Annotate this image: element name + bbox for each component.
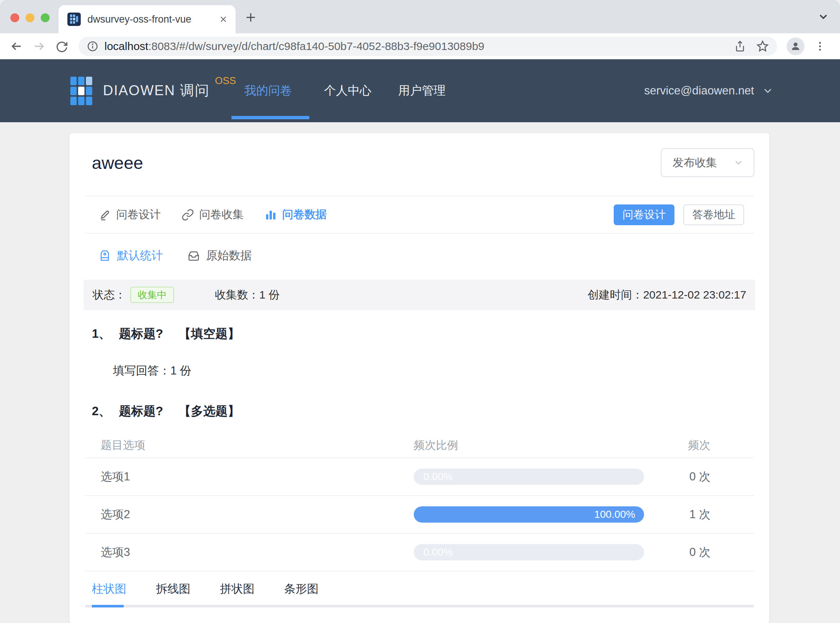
app-navbar: DIAOWEN 调问 OSS 我的问卷 个人中心 用户管理 service@di… xyxy=(0,59,840,122)
status-label: 状态： xyxy=(93,287,126,302)
collect-count-value: 1 份 xyxy=(259,288,280,301)
brand[interactable]: DIAOWEN 调问 OSS xyxy=(71,76,236,106)
tab-line-chart[interactable]: 拆线图 xyxy=(156,581,190,597)
bar-percent-label: 0.00% xyxy=(423,546,452,558)
nav-item-my-surveys[interactable]: 我的问卷 xyxy=(244,59,292,122)
header-option: 题目选项 xyxy=(86,438,414,453)
bookmark-star-icon[interactable] xyxy=(756,40,769,52)
card-header: aweee 发布收集 xyxy=(70,134,769,196)
share-icon[interactable] xyxy=(734,40,746,52)
question-type: 【填空题】 xyxy=(179,327,240,341)
header-frequency-ratio: 频次比例 xyxy=(414,438,644,453)
tab-close-icon[interactable] xyxy=(219,14,228,24)
url-host: localhost xyxy=(104,40,148,52)
survey-design-button[interactable]: 问卷设计 xyxy=(614,204,674,225)
publish-collect-select[interactable]: 发布收集 xyxy=(661,148,754,177)
browser-menu-kebab-icon[interactable] xyxy=(814,40,826,52)
tab-column-chart[interactable]: 柱状图 xyxy=(92,581,126,597)
active-nav-underline xyxy=(231,116,309,119)
page-content: aweee 发布收集 问卷设计 问卷收集 问卷数据 xyxy=(0,122,840,623)
question-1-answer: 填写回答：1 份 xyxy=(70,363,769,379)
url-text: localhost:8083/#/dw/survey/d/chart/c98fa… xyxy=(104,40,724,52)
stat-tabs: 默认统计 原始数据 xyxy=(70,234,769,280)
brand-logo-icon xyxy=(71,76,94,106)
tab-survey-design[interactable]: 问卷设计 xyxy=(98,207,161,222)
chart-type-tabs: 柱状图 拆线图 拼状图 条形图 xyxy=(70,581,769,597)
bar-track: 100.00% xyxy=(414,506,644,523)
tab-search-chevron-icon[interactable] xyxy=(817,11,829,23)
publish-collect-value: 发布收集 xyxy=(673,155,733,170)
site-info-icon[interactable] xyxy=(87,40,98,52)
brand-name: DIAOWEN 调问 xyxy=(103,81,210,100)
table-row: 选项1 0.00% 0 次 xyxy=(70,458,769,495)
pencil-icon xyxy=(98,209,111,221)
user-menu[interactable]: service@diaowen.net xyxy=(644,59,774,122)
answer-label: 填写回答： xyxy=(113,364,170,377)
address-bar[interactable]: localhost:8083/#/dw/survey/d/chart/c98fa… xyxy=(78,37,777,56)
question-1-title: 1、题标题?【填空题】 xyxy=(70,325,769,342)
window-close-button[interactable] xyxy=(11,13,19,22)
tab-default-stats[interactable]: 默认统计 xyxy=(98,248,163,263)
question-index: 2、 xyxy=(92,404,111,418)
bar-track: 0.00% xyxy=(414,468,644,485)
option-label: 选项2 xyxy=(86,507,414,522)
tab-raw-data[interactable]: 原始数据 xyxy=(187,248,252,263)
collect-count-label: 收集数： xyxy=(215,288,259,301)
option-count: 0 次 xyxy=(644,469,753,485)
bar-percent-label: 0.00% xyxy=(423,471,452,483)
created-time-label: 创建时间： xyxy=(587,288,643,301)
question-text: 题标题? xyxy=(119,404,163,418)
survey-card: aweee 发布收集 问卷设计 问卷收集 问卷数据 xyxy=(70,134,769,623)
tab-label: 默认统计 xyxy=(117,248,163,263)
back-icon[interactable] xyxy=(10,40,23,53)
link-icon xyxy=(181,209,194,221)
browser-profile-avatar[interactable] xyxy=(787,37,805,55)
detail-tabs: 问卷设计 问卷收集 问卷数据 问卷设计 答卷地址 xyxy=(70,196,769,233)
bar-percent-label: 100.00% xyxy=(594,509,635,520)
status-badge: 收集中 xyxy=(130,287,174,303)
user-email: service@diaowen.net xyxy=(644,84,754,97)
tag-icon xyxy=(98,249,111,262)
answer-value: 1 份 xyxy=(170,364,192,377)
question-text: 题标题? xyxy=(119,327,163,341)
bar-fill: 100.00% xyxy=(414,506,644,523)
tab-label: 问卷设计 xyxy=(116,207,161,222)
answer-url-button[interactable]: 答卷地址 xyxy=(683,204,744,225)
nav-item-personal-center[interactable]: 个人中心 xyxy=(324,59,371,122)
tab-bar-chart[interactable]: 条形图 xyxy=(284,581,319,597)
tab-title: dwsurvey-oss-front-vue xyxy=(87,14,219,25)
forward-icon[interactable] xyxy=(32,40,46,53)
tab-label: 问卷收集 xyxy=(199,207,244,222)
created-time-value: 2021-12-02 23:02:17 xyxy=(643,288,746,301)
table-row: 选项2 100.00% 1 次 xyxy=(70,496,769,533)
inbox-icon xyxy=(187,249,200,262)
created-time: 创建时间：2021-12-02 23:02:17 xyxy=(587,287,746,302)
tab-pie-chart[interactable]: 拼状图 xyxy=(220,581,254,597)
window-minimize-button[interactable] xyxy=(26,13,34,22)
question-2-title: 2、题标题?【多选题】 xyxy=(70,403,769,420)
bar-track: 0.00% xyxy=(414,544,644,560)
tab-label: 原始数据 xyxy=(206,248,252,263)
new-tab-button[interactable] xyxy=(244,11,257,24)
window-zoom-button[interactable] xyxy=(41,13,50,22)
brand-oss-badge: OSS xyxy=(215,75,236,87)
question-index: 1、 xyxy=(92,327,111,341)
favicon-icon xyxy=(67,12,81,26)
chart-tabs-track xyxy=(85,605,754,608)
status-bar: 状态： 收集中 收集数：1 份 创建时间：2021-12-02 23:02:17 xyxy=(84,280,755,310)
chevron-down-icon xyxy=(762,84,774,97)
tab-survey-data[interactable]: 问卷数据 xyxy=(264,207,326,222)
browser-tab[interactable]: dwsurvey-oss-front-vue xyxy=(58,5,236,33)
chevron-down-icon xyxy=(733,157,744,168)
option-count: 1 次 xyxy=(644,507,753,522)
table-header: 题目选项 频次比例 频次 xyxy=(70,433,769,457)
url-path: :8083/#/dw/survey/d/chart/c98fa140-50b7-… xyxy=(148,40,484,52)
reload-icon[interactable] xyxy=(55,40,68,52)
tab-survey-collect[interactable]: 问卷收集 xyxy=(181,207,244,222)
browser-tab-strip: dwsurvey-oss-front-vue xyxy=(0,0,840,33)
browser-window: dwsurvey-oss-front-vue localhost:8083/#/… xyxy=(0,0,840,623)
chart-tabs-active-indicator xyxy=(92,605,124,608)
option-label: 选项3 xyxy=(86,545,414,560)
nav-item-user-management[interactable]: 用户管理 xyxy=(398,59,446,122)
collect-count: 收集数：1 份 xyxy=(215,287,280,302)
